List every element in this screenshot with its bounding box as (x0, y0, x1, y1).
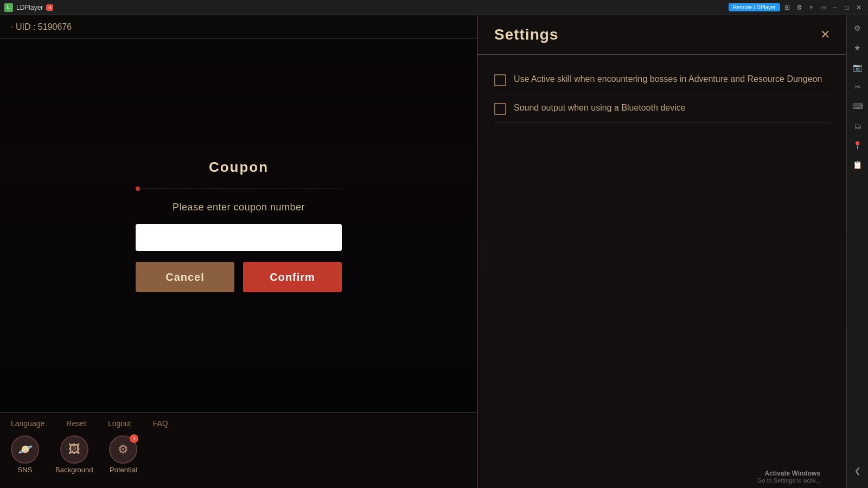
sidebar-icon-4[interactable]: ⌨ (849, 98, 866, 115)
sidebar-icon-0[interactable]: ⚙ (849, 20, 866, 37)
app-logo: L (4, 3, 13, 12)
sns-icon: 🪐 (11, 435, 39, 464)
settings-panel: Settings ✕ Use Active skill when encount… (477, 15, 846, 488)
titlebar-icon-4[interactable]: ▭ (818, 3, 828, 12)
bottom-tab-reset[interactable]: Reset (66, 417, 86, 430)
settings-option-text-0: Use Active skill when encountering bosse… (514, 73, 822, 85)
bottom-icon-background[interactable]: 🖼Background (55, 435, 93, 474)
cancel-button[interactable]: Cancel (136, 262, 234, 292)
settings-title: Settings (494, 26, 558, 43)
sidebar-collapse-icon[interactable]: ❮ (849, 462, 866, 479)
bottom-tab-language[interactable]: Language (11, 417, 44, 430)
background-icon: 🖼 (60, 435, 88, 464)
maximize-button[interactable]: □ (842, 3, 852, 12)
coupon-line (143, 189, 342, 189)
bottom-icon-sns[interactable]: 🪐SNS (11, 435, 39, 474)
sidebar-icon-6[interactable]: 📍 (849, 137, 866, 154)
coupon-buttons: Cancel Confirm (136, 262, 342, 292)
settings-checkbox-0[interactable] (494, 74, 506, 86)
settings-checkbox-1[interactable] (494, 103, 506, 115)
sidebar-icon-1[interactable]: ★ (849, 39, 866, 56)
potential-icon: ⚙! (109, 435, 137, 464)
bottom-menu: LanguageResetLogoutFAQ 🪐SNS🖼Background⚙!… (0, 412, 477, 488)
bottom-icon-potential[interactable]: ⚙!Potential (109, 435, 137, 474)
sidebar-icon-7[interactable]: 📋 (849, 156, 866, 174)
title-bar: L LDPlayer 9 Remote LDPlayer ⊞ ⚙ ≡ ▭ – □… (0, 0, 868, 15)
sns-label: SNS (18, 466, 33, 474)
bottom-icons: 🪐SNS🖼Background⚙!Potential (0, 430, 477, 479)
dialog-overlay: Coupon Please enter coupon number Cancel… (0, 39, 477, 412)
uid-text: · UID : 5190676 (11, 22, 72, 32)
coupon-input[interactable] (136, 224, 342, 251)
sidebar-icon-3[interactable]: ✂ (849, 78, 866, 95)
minimize-button[interactable]: – (830, 3, 840, 12)
settings-close-button[interactable]: ✕ (820, 28, 830, 42)
confirm-button[interactable]: Confirm (243, 262, 342, 292)
settings-body: Use Active skill when encountering bosse… (478, 55, 846, 134)
settings-option-0: Use Active skill when encountering bosse… (494, 66, 830, 94)
potential-badge: ! (130, 434, 138, 443)
settings-option-1: Sound output when using a Bluetooth devi… (494, 94, 830, 123)
title-bar-left: L LDPlayer 9 (4, 3, 53, 12)
coupon-label: Please enter coupon number (173, 202, 305, 213)
titlebar-icon-2[interactable]: ⚙ (794, 3, 804, 12)
app-badge: 9 (46, 4, 53, 11)
settings-header: Settings ✕ (478, 15, 846, 55)
title-bar-right: Remote LDPlayer ⊞ ⚙ ≡ ▭ – □ ✕ (729, 3, 864, 12)
right-sidebar: ⚙★📷✂⌨🗂📍📋❮ (846, 15, 868, 488)
bottom-tab-faq[interactable]: FAQ (153, 417, 168, 430)
titlebar-icon-1[interactable]: ⊞ (782, 3, 792, 12)
bottom-tab-logout[interactable]: Logout (108, 417, 131, 430)
app-name: LDPlayer (16, 4, 43, 11)
potential-label: Potential (110, 466, 137, 474)
bottom-tabs: LanguageResetLogoutFAQ (0, 413, 477, 430)
settings-option-text-1: Sound output when using a Bluetooth devi… (514, 102, 686, 114)
uid-bar: · UID : 5190676 (0, 15, 477, 39)
main-content: · UID : 5190676 Coupon Please enter coup… (0, 15, 846, 488)
sidebar-icon-2[interactable]: 📷 (849, 59, 866, 76)
close-button[interactable]: ✕ (854, 3, 864, 12)
coupon-divider (136, 187, 342, 191)
sidebar-icon-5[interactable]: 🗂 (849, 117, 866, 134)
titlebar-icon-3[interactable]: ≡ (806, 3, 816, 12)
coupon-title: Coupon (209, 159, 269, 176)
activate-subtitle: Go to Settings to activ... (757, 477, 820, 484)
activate-title: Activate Windows (757, 470, 820, 477)
activate-windows-notice: Activate Windows Go to Settings to activ… (757, 470, 820, 484)
background-label: Background (55, 466, 93, 474)
coupon-dialog: Coupon Please enter coupon number Cancel… (119, 143, 358, 309)
remote-ldplayer-button[interactable]: Remote LDPlayer (729, 3, 780, 11)
coupon-dot (136, 187, 140, 191)
